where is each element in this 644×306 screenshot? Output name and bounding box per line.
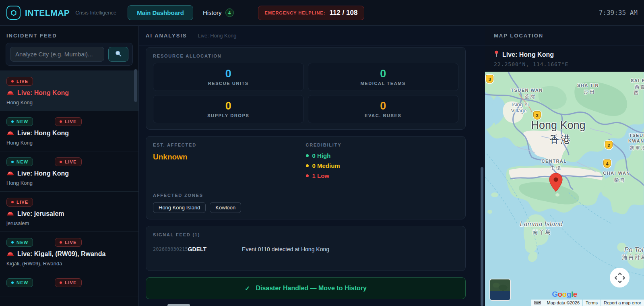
- helpline-label: EMERGENCY HELPLINE:: [265, 10, 326, 15]
- check-icon: ✓: [245, 285, 250, 292]
- signal-message: Event 0110 detected at Hong Kong: [242, 246, 329, 252]
- keyboard-shortcuts-icon[interactable]: ⌨: [531, 300, 543, 306]
- top-bar: INTELMAP Crisis Intelligence Main Dashbo…: [0, 0, 644, 26]
- credibility-low: 1 Low: [306, 172, 459, 179]
- credibility-label: CREDIBILITY: [306, 143, 459, 147]
- map-attribution: ⌨ Map data ©2026 Terms Report a map erro…: [531, 300, 644, 306]
- live-dot-icon: [60, 241, 62, 244]
- credibility-high: 0 High: [306, 152, 459, 159]
- stat-supply-drops: 0 SUPPLY DROPS: [153, 95, 304, 123]
- pan-control[interactable]: [610, 268, 630, 287]
- emergency-helpline-badge: EMERGENCY HELPLINE: 112 / 108: [258, 6, 365, 20]
- siren-icon: [6, 170, 14, 177]
- credibility-medium: 0 Medium: [306, 162, 459, 169]
- incident-item[interactable]: NEW LIVE Live: Kigali, (RW09), Rwanda Ki…: [0, 232, 138, 272]
- search-input[interactable]: [10, 47, 104, 62]
- map-data-attribution: Map data ©2026: [544, 300, 583, 306]
- resource-allocation-label: RESOURCE ALLOCATION: [153, 54, 458, 58]
- stat-value: 0: [225, 68, 231, 79]
- live-dot-icon: [11, 80, 14, 83]
- signal-timestamp: 202603030215: [153, 246, 188, 252]
- stat-rescue-units: 0 RESCUE UNITS: [153, 63, 304, 91]
- map-location-title: MAP LOCATION: [494, 33, 543, 39]
- new-dot-icon: [11, 120, 14, 123]
- tab-history[interactable]: History 4: [203, 8, 234, 17]
- google-map[interactable]: TSUEN WAN 荃灣 Tsing Yi Village SHA TIN 沙田…: [485, 72, 644, 306]
- est-affected-label: EST. AFFECTED: [153, 143, 306, 147]
- live-badge: LIVE: [55, 278, 81, 287]
- search-button[interactable]: [108, 47, 128, 62]
- incident-item[interactable]: NEW LIVE Live: Hong Kong Hong Kong: [0, 151, 138, 192]
- brand-tagline: Crisis Intelligence: [75, 10, 116, 16]
- ai-analysis-panel: AI ANALYSIS — Live: Hong Kong RESOURCE A…: [139, 26, 485, 306]
- incident-feed-title: INCIDENT FEED: [0, 26, 138, 43]
- signal-row: 202603030215GDELT Event 0110 detected at…: [153, 246, 458, 252]
- live-dot-icon: [60, 161, 62, 163]
- map-label-sha-tin-cjk: 沙田: [584, 89, 595, 95]
- disaster-handled-button[interactable]: ✓ Disaster Handled — Move to History: [146, 277, 466, 299]
- live-dot-icon: [11, 201, 14, 203]
- map-label-tsuen-wan: TSUEN WAN: [511, 88, 543, 93]
- stat-label: SUPPLY DROPS: [207, 113, 249, 118]
- map-label-hong-kong-cjk: 香港: [549, 133, 572, 146]
- satellite-inset-thumbnail[interactable]: [489, 279, 511, 301]
- terms-link[interactable]: Terms: [583, 300, 601, 306]
- brand-title: INTELMAP: [25, 8, 70, 18]
- incident-item[interactable]: LIVE Live: jerusalem jerusalem: [0, 192, 138, 232]
- signal-source: GDELT: [188, 246, 206, 252]
- credibility-dot-icon: [306, 174, 309, 177]
- map-label-tseung-kwan-2: KWAN: [628, 139, 644, 143]
- resource-allocation-card: RESOURCE ALLOCATION 0 RESCUE UNITS 0 MED…: [146, 47, 466, 130]
- new-dot-icon: [11, 281, 14, 284]
- incident-title: Live: Hong Kong: [17, 89, 69, 97]
- route-shield-3b: 3: [533, 111, 541, 120]
- map-label-po-toi-cjk: 蒲台群島: [622, 254, 644, 261]
- map-coordinates: 22.2500°N, 114.1667°E: [494, 61, 635, 67]
- report-map-error-link[interactable]: Report a map error: [601, 300, 644, 306]
- incident-item[interactable]: LIVE Live: Hong Kong Hong Kong: [0, 71, 138, 111]
- live-badge: LIVE: [6, 198, 33, 207]
- new-badge: NEW: [6, 157, 33, 166]
- incident-subtitle: Hong Kong: [6, 180, 132, 186]
- new-badge: NEW: [6, 238, 33, 247]
- pin-icon: [494, 50, 499, 59]
- pan-arrows-icon: [612, 270, 628, 286]
- incident-item[interactable]: NEW LIVE Live: Hong Kong Hong Kong: [0, 111, 138, 151]
- live-badge: LIVE: [6, 77, 33, 86]
- sidebar-scrollbar[interactable]: [134, 69, 137, 102]
- map-location-panel: MAP LOCATION Live: Hong Kong 22.2500°N, …: [485, 26, 644, 306]
- stat-value: 0: [225, 101, 231, 112]
- new-badge: NEW: [6, 117, 33, 126]
- zone-chip: Hong Kong Island: [153, 202, 206, 213]
- new-dot-icon: [11, 241, 14, 244]
- credibility-dot-icon: [306, 154, 309, 157]
- new-dot-icon: [11, 161, 14, 163]
- live-dot-icon: [60, 120, 62, 123]
- incident-title: Live: Kigali, (RW09), Rwanda: [17, 250, 105, 258]
- incident-title: Live: Hong Kong: [17, 170, 69, 177]
- city-search-group: [6, 43, 133, 66]
- incident-title: Live: jerusalem: [17, 210, 64, 217]
- impact-card: EST. AFFECTED Unknown CREDIBILITY 0 High…: [146, 136, 466, 219]
- stat-label: RESCUE UNITS: [208, 81, 249, 86]
- map-label-central-cjk: 中環: [550, 165, 561, 172]
- map-label-tseung-kwan-1: TSEUN: [629, 133, 644, 138]
- new-badge: NEW: [6, 278, 33, 287]
- incident-subtitle: Kigali, (RW09), Rwanda: [6, 261, 132, 267]
- tab-main-dashboard[interactable]: Main Dashboard: [128, 5, 193, 20]
- stat-medical-teams: 0 MEDICAL TEAMS: [308, 63, 459, 91]
- stat-label: EVAC. BUSES: [365, 113, 401, 118]
- history-count-badge: 4: [225, 8, 234, 17]
- map-label-lamma-island: Lamma Island: [520, 221, 563, 228]
- affected-zones-label: AFFECTED ZONES: [153, 193, 458, 198]
- siren-icon: [6, 250, 14, 258]
- map-location-name: Live: Hong Kong: [502, 51, 554, 58]
- credibility-dot-icon: [306, 164, 309, 167]
- siren-icon: [6, 210, 14, 217]
- map-label-tseung-kwan-cjk: 將軍澳: [630, 145, 644, 151]
- incident-item[interactable]: NEW LIVE: [0, 272, 138, 296]
- map-label-tsuen-wan-cjk: 荃灣: [524, 93, 536, 100]
- analysis-scrollbar[interactable]: [481, 167, 483, 306]
- live-badge: LIVE: [55, 157, 81, 166]
- live-badge: LIVE: [55, 238, 81, 247]
